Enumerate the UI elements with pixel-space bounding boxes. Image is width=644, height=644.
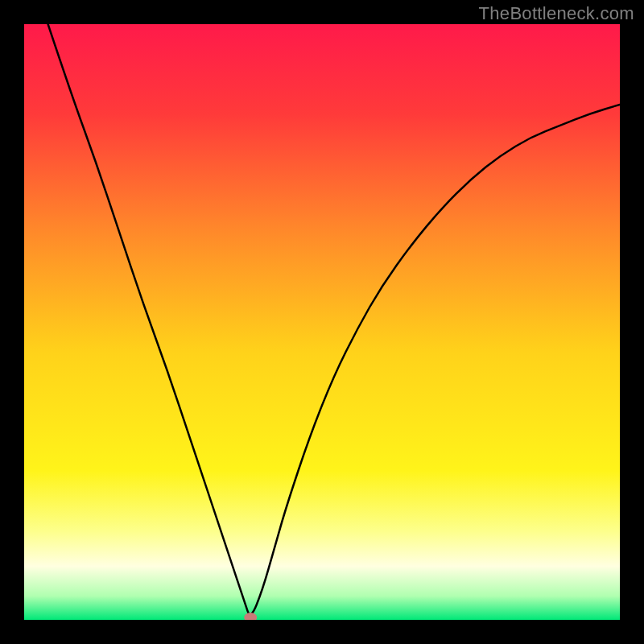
gradient-background — [24, 24, 620, 620]
chart-svg — [24, 24, 620, 620]
watermark-text: TheBottleneck.com — [479, 3, 634, 24]
chart-frame: TheBottleneck.com — [0, 0, 644, 644]
plot-area — [24, 24, 620, 620]
